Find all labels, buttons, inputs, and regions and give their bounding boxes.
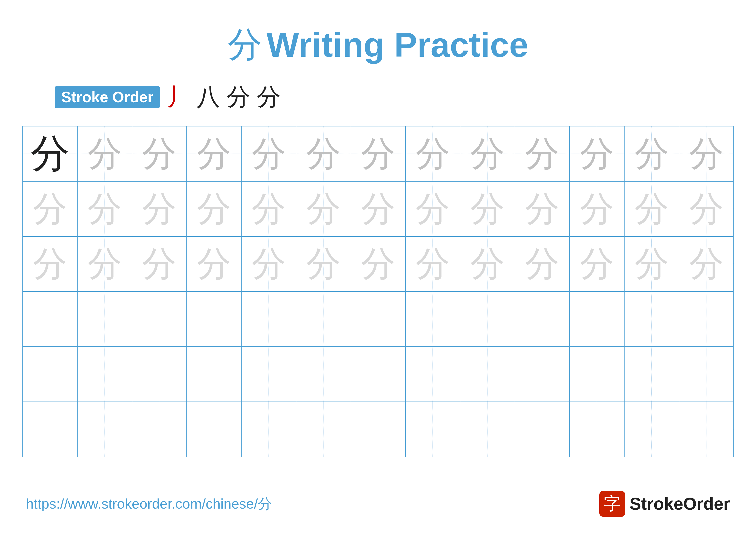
grid-cell-r3c1: 分 [23,237,78,292]
grid-cell-r1c3: 分 [132,126,187,181]
grid-cell-r2c10: 分 [515,182,570,236]
grid-cell-r1c8: 分 [406,126,461,181]
grid-cell-r1c12: 分 [625,126,679,181]
char-light: 分 [525,192,559,226]
grid-cell-r3c13: 分 [679,237,734,292]
grid-cell-r4c1 [23,292,78,346]
char-med: 分 [689,137,724,171]
grid-cell-r1c13: 分 [679,126,734,181]
grid-cell-r2c5: 分 [242,182,296,236]
grid-cell-r2c8: 分 [406,182,461,236]
grid-cell-r3c6: 分 [296,237,351,292]
char-light: 分 [470,192,505,226]
stroke-order-chars: 丿 八 分 分 [166,81,281,113]
grid-cell-r6c12 [625,402,679,457]
grid-cell-r2c13: 分 [679,182,734,236]
grid-cell-r1c4: 分 [187,126,242,181]
grid-cell-r5c1 [23,347,78,401]
grid-row-2: 分 分 分 分 分 分 分 分 分 [23,182,733,237]
grid-cell-r6c13 [679,402,734,457]
grid-cell-r5c6 [296,347,351,401]
char-light: 分 [252,192,286,226]
grid-cell-r1c11: 分 [570,126,625,181]
char-dark: 分 [31,135,69,173]
practice-grid: 分 分 分 分 分 分 分 分 分 [22,126,734,457]
grid-cell-r2c6: 分 [296,182,351,236]
grid-cell-r6c6 [296,402,351,457]
grid-cell-r5c10 [515,347,570,401]
grid-cell-r4c11 [570,292,625,346]
char-med: 分 [580,137,614,171]
stroke-order-row: Stroke Order 丿 八 分 分 [33,81,723,113]
char-light: 分 [580,192,614,226]
grid-cell-r6c4 [187,402,242,457]
char-lighter: 分 [142,247,176,281]
char-light: 分 [197,192,231,226]
grid-row-5 [23,347,733,402]
grid-row-3: 分 分 分 分 分 分 分 分 分 [23,237,733,292]
page-container: 分 Writing Practice Stroke Order 丿 八 分 分 … [0,0,756,534]
logo-icon: 字 [599,491,625,517]
grid-cell-r6c10 [515,402,570,457]
grid-cell-r4c3 [132,292,187,346]
footer: https://www.strokeorder.com/chinese/分 字 … [0,491,756,517]
grid-cell-r6c11 [570,402,625,457]
grid-cell-r1c6: 分 [296,126,351,181]
grid-cell-r5c9 [460,347,515,401]
char-med: 分 [634,137,669,171]
logo-char: 字 [604,492,621,516]
stroke-char-1: 丿 [166,81,190,113]
grid-cell-r6c8 [406,402,461,457]
char-lighter: 分 [33,247,67,281]
grid-cell-r5c7 [351,347,406,401]
grid-cell-r6c2 [78,402,132,457]
char-lighter: 分 [88,247,122,281]
grid-cell-r2c9: 分 [460,182,515,236]
char-light: 分 [142,192,176,226]
char-light: 分 [689,192,724,226]
grid-cell-r3c9: 分 [460,237,515,292]
char-lighter: 分 [306,247,341,281]
grid-cell-r6c1 [23,402,78,457]
grid-cell-r4c7 [351,292,406,346]
grid-cell-r3c7: 分 [351,237,406,292]
grid-cell-r6c5 [242,402,296,457]
grid-cell-r3c12: 分 [625,237,679,292]
char-light: 分 [306,192,341,226]
grid-cell-r4c6 [296,292,351,346]
grid-cell-r5c2 [78,347,132,401]
grid-cell-r5c11 [570,347,625,401]
grid-cell-r5c8 [406,347,461,401]
grid-row-1: 分 分 分 分 分 分 分 分 分 [23,126,733,182]
grid-cell-r6c9 [460,402,515,457]
grid-cell-r4c13 [679,292,734,346]
grid-cell-r1c9: 分 [460,126,515,181]
char-med: 分 [525,137,559,171]
char-lighter: 分 [580,247,614,281]
grid-cell-r2c1: 分 [23,182,78,236]
char-lighter: 分 [361,247,395,281]
grid-cell-r5c3 [132,347,187,401]
grid-cell-r2c3: 分 [132,182,187,236]
grid-row-4 [23,292,733,347]
grid-cell-r2c4: 分 [187,182,242,236]
char-med: 分 [470,137,505,171]
char-med: 分 [361,137,395,171]
stroke-char-3: 分 [227,81,251,113]
char-light: 分 [88,192,122,226]
char-lighter: 分 [525,247,559,281]
char-lighter: 分 [416,247,450,281]
grid-cell-r5c5 [242,347,296,401]
grid-cell-r3c11: 分 [570,237,625,292]
grid-cell-r6c7 [351,402,406,457]
grid-cell-r3c10: 分 [515,237,570,292]
grid-cell-r1c7: 分 [351,126,406,181]
title-text: Writing Practice [266,25,528,64]
grid-cell-r4c2 [78,292,132,346]
char-lighter: 分 [634,247,669,281]
char-med: 分 [197,137,231,171]
grid-cell-r1c1: 分 [23,126,78,181]
char-light: 分 [634,192,669,226]
grid-cell-r1c2: 分 [78,126,132,181]
footer-logo: 字 StrokeOrder [599,491,730,517]
